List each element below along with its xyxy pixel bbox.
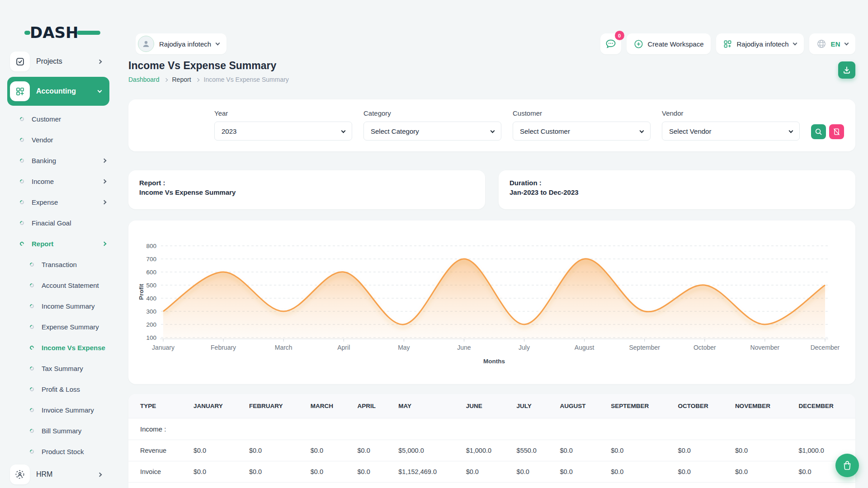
sidebar-item-tax-summary[interactable]: Tax Summary: [7, 358, 116, 379]
svg-text:700: 700: [146, 256, 156, 263]
messages-button[interactable]: 0: [600, 33, 621, 54]
sidebar-item-income-summary[interactable]: Income Summary: [7, 296, 116, 316]
create-workspace-button[interactable]: Create Workspace: [627, 33, 711, 54]
vendor-value: Select Vendor: [669, 127, 711, 135]
customer-select[interactable]: Select Customer: [513, 122, 651, 141]
cell-value: $0.0: [243, 440, 304, 461]
sidebar-item-invoice-summary[interactable]: Invoice Summary: [7, 399, 116, 420]
workspace-selector[interactable]: Rajodiya infotech: [136, 33, 226, 54]
reset-filter-button[interactable]: [829, 124, 844, 139]
category-label: Category: [363, 109, 501, 117]
sidebar-item-label: Projects: [36, 57, 92, 66]
bullet-icon: [29, 282, 35, 288]
store-fab-button[interactable]: [835, 454, 859, 477]
sidebar-item-product-stock[interactable]: Product Stock: [7, 441, 116, 462]
bullet-icon: [19, 178, 25, 184]
sidebar-nav: ProjectsAccountingCustomerVendorBankingI…: [0, 49, 116, 487]
column-november: NOVEMBER: [729, 394, 793, 418]
table-row-invoice: Invoice$0.0$0.0$0.0$0.0$1,152,469.0$0.0$…: [128, 461, 855, 483]
sidebar-item-banking[interactable]: Banking: [7, 150, 116, 171]
summary-cards: Report : Income Vs Expense Summary Durat…: [128, 170, 855, 209]
chat-icon: [605, 38, 617, 50]
sidebar-item-expense[interactable]: Expense: [7, 192, 116, 212]
svg-text:November: November: [750, 344, 780, 351]
report-card-value: Income Vs Expense Summary: [139, 188, 474, 196]
cell-value: $0.0: [351, 461, 392, 483]
svg-text:December: December: [811, 344, 840, 351]
chevron-down-icon: [98, 88, 102, 93]
column-february: FEBRUARY: [243, 394, 304, 418]
svg-text:300: 300: [146, 308, 156, 315]
cell-value: $0.0: [604, 461, 671, 483]
breadcrumb-current: Income Vs Expense Summary: [204, 76, 289, 83]
bullet-icon: [29, 262, 35, 267]
cell-value: $1,152,469.0: [392, 461, 459, 483]
svg-text:January: January: [152, 344, 175, 351]
cell-value: $0.0: [351, 440, 392, 461]
checkbox-icon: [10, 52, 30, 71]
logo-accent-dot: [24, 31, 30, 35]
search-icon: [815, 128, 822, 136]
sidebar-item-accounting[interactable]: Accounting: [7, 77, 109, 106]
logo-accent-bar: [77, 31, 100, 35]
column-april: APRIL: [351, 394, 392, 418]
sidebar-item-label: Finacial Goal: [32, 219, 106, 227]
sidebar-item-customer[interactable]: Customer: [7, 108, 116, 129]
cell-value: $0.0: [553, 461, 604, 483]
breadcrumb-dashboard[interactable]: Dashboard: [128, 76, 160, 83]
sidebar-item-report[interactable]: Report: [7, 233, 116, 254]
bullet-icon: [19, 220, 25, 226]
bullet-icon: [19, 241, 25, 247]
category-filter: Category Select Category: [363, 109, 501, 141]
column-january: JANUARY: [187, 394, 243, 418]
download-button[interactable]: [838, 61, 855, 79]
sidebar-item-account-statement[interactable]: Account Statement: [7, 275, 116, 296]
svg-text:May: May: [398, 344, 410, 351]
sidebar-item-income-vs-expense[interactable]: Income Vs Expense: [7, 337, 116, 358]
column-september: SEPTEMBER: [604, 394, 671, 418]
category-select[interactable]: Select Category: [363, 122, 501, 141]
account-name: Rajodiya infotech: [736, 40, 788, 48]
column-december: DECEMBER: [792, 394, 855, 418]
apply-filter-button[interactable]: [811, 124, 826, 139]
account-selector[interactable]: Rajodiya infotech: [716, 33, 803, 54]
row-type: Invoice: [128, 461, 187, 483]
duration-card: Duration : Jan-2023 to Dec-2023: [499, 170, 855, 209]
chevron-right-icon: [98, 472, 102, 477]
bullet-icon: [29, 303, 35, 309]
language-selector[interactable]: EN: [809, 33, 855, 54]
cell-value: $1,000.0: [460, 440, 510, 461]
svg-text:100: 100: [146, 334, 156, 341]
section-label: Income :: [128, 418, 855, 440]
breadcrumb-report[interactable]: Report: [172, 76, 191, 83]
sidebar-item-bill-summary[interactable]: Bill Summary: [7, 420, 116, 441]
cell-value: $5,000.0: [392, 440, 459, 461]
svg-text:800: 800: [146, 243, 156, 249]
table-body: Income :Revenue$0.0$0.0$0.0$0.0$5,000.0$…: [128, 418, 855, 488]
sidebar-item-vendor[interactable]: Vendor: [7, 129, 116, 150]
sidebar-item-income[interactable]: Income: [7, 171, 116, 192]
chevron-right-icon: [164, 78, 167, 81]
sidebar-item-profit-loss[interactable]: Profit & Loss: [7, 379, 116, 399]
cell-value: $0.0: [604, 440, 671, 461]
sidebar-item-label: Transaction: [42, 261, 106, 268]
sidebar-item-transaction[interactable]: Transaction: [7, 254, 116, 275]
cell-value: $0.0: [553, 440, 604, 461]
chevron-down-icon: [844, 41, 849, 45]
sidebar-item-finacial-goal[interactable]: Finacial Goal: [7, 212, 116, 233]
year-select[interactable]: 2023: [214, 122, 352, 141]
brand-logo[interactable]: DASH: [30, 23, 84, 43]
sidebar-item-projects[interactable]: Projects: [7, 49, 109, 74]
svg-text:March: March: [275, 344, 292, 351]
svg-text:July: July: [519, 344, 530, 351]
chevron-right-icon: [102, 158, 107, 163]
chevron-right-icon: [102, 179, 107, 183]
sidebar-item-label: Bill Summary: [42, 427, 106, 435]
sidebar-item-hrm[interactable]: HRM: [7, 462, 109, 487]
bullet-icon: [19, 158, 25, 164]
cell-value: $0.0: [304, 440, 351, 461]
cell-value: $550.0: [510, 440, 554, 461]
vendor-select[interactable]: Select Vendor: [662, 122, 800, 141]
bullet-icon: [19, 137, 25, 143]
sidebar-item-expense-summary[interactable]: Expense Summary: [7, 316, 116, 337]
